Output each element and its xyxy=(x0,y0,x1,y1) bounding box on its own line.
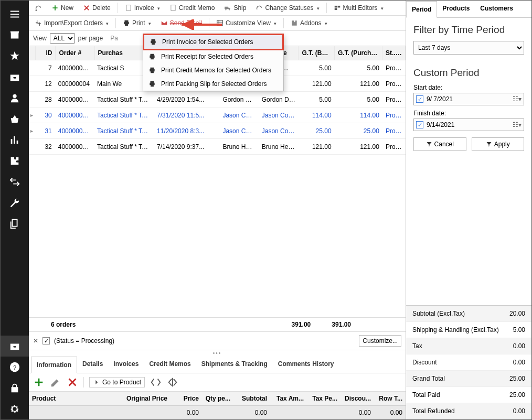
addons-button[interactable]: Addons xyxy=(288,18,330,28)
tab-credit-memos[interactable]: Credit Memos xyxy=(144,356,196,373)
nav-wrench-icon[interactable] xyxy=(1,192,29,213)
tab-information[interactable]: Information xyxy=(31,357,77,373)
invoice-button[interactable]: Invoice xyxy=(122,3,163,13)
pcol-rowtotal[interactable]: Row T... xyxy=(374,392,406,405)
toolbar-secondary: Import\Export Orders Print Send Email Cu… xyxy=(29,16,406,31)
splitter-handle[interactable]: ••• xyxy=(29,350,406,356)
multi-editors-button[interactable]: Multi Editors xyxy=(331,3,386,13)
table-row[interactable]: 284000000013 Tactical Stuff * Tactical..… xyxy=(29,92,406,107)
col-order[interactable]: Order # xyxy=(56,46,94,60)
filter-checkbox[interactable] xyxy=(42,337,50,344)
nav-gear-icon[interactable] xyxy=(1,399,29,419)
calendar-icon[interactable]: ☷▾ xyxy=(513,121,522,128)
col-id[interactable]: ID xyxy=(36,46,56,60)
prow-rt: 0.00 xyxy=(374,406,406,419)
refresh-button[interactable] xyxy=(32,3,45,13)
nav-lock-icon[interactable] xyxy=(1,378,29,399)
table-row[interactable]: ▸ 314000000016 Tactical Stuff * Tactical… xyxy=(29,123,406,139)
print-button[interactable]: Print xyxy=(120,18,154,28)
nav-menu[interactable] xyxy=(1,4,29,25)
new-label: New xyxy=(61,4,73,12)
cancel-label: Cancel xyxy=(434,141,454,148)
nav-star-icon[interactable] xyxy=(1,46,29,67)
collapse-cols-button[interactable] xyxy=(150,376,162,388)
finish-date-input[interactable]: 9/14/2021☷▾ xyxy=(413,119,524,131)
print-invoice-option[interactable]: Print Invoice for Selected Orders xyxy=(143,34,284,50)
pcol-taxamt[interactable]: Tax Am... xyxy=(270,392,307,405)
custom-title: Custom Period xyxy=(413,67,524,79)
product-row[interactable]: 0.00 0.00 0.00 0.00 xyxy=(29,406,406,419)
col-gtbase[interactable]: G.T. (Base) xyxy=(299,46,335,60)
print-packingslip-option[interactable]: Print Packing Slip for Selected Orders xyxy=(143,77,283,91)
pcol-discount[interactable]: Discou... xyxy=(341,392,374,405)
clear-filter-button[interactable]: ✕ xyxy=(33,337,38,344)
svg-rect-2 xyxy=(12,387,18,392)
pi-label: Print Invoice for Selected Orders xyxy=(162,38,253,46)
nav-store-icon[interactable] xyxy=(1,25,29,46)
nav-basket-icon[interactable] xyxy=(1,109,29,130)
pcol-origprice[interactable]: Original Price xyxy=(118,392,171,405)
add-row-button[interactable] xyxy=(33,376,45,388)
expand-cols-button[interactable] xyxy=(167,376,178,388)
ad-label: Addons xyxy=(300,19,322,27)
me-label: Multi Editors xyxy=(343,4,378,12)
change-statuses-button[interactable]: Change Statuses xyxy=(253,3,322,13)
table-row[interactable]: 324000000017 Tactical Stuff * Tactical..… xyxy=(29,139,406,155)
start-date-label: Start date: xyxy=(413,84,524,91)
nav-puzzle-icon[interactable] xyxy=(1,150,29,171)
prow-sub: 0.00 xyxy=(233,406,270,419)
go-to-product-button[interactable]: Go to Product xyxy=(89,377,145,387)
nav-archive-bottom-icon[interactable] xyxy=(1,336,29,357)
tab-shipments-tracking[interactable]: Shipments & Tracking xyxy=(196,356,273,373)
pcol-price[interactable]: Price xyxy=(171,392,202,405)
nav-user-icon[interactable] xyxy=(1,88,29,109)
pcol-qty[interactable]: Qty pe... xyxy=(202,392,233,405)
pcol-taxpct[interactable]: Tax Pe... xyxy=(307,392,341,405)
delete-label: Delete xyxy=(92,4,111,12)
pcol-subtotal[interactable]: Subtotal xyxy=(233,392,270,405)
new-button[interactable]: New xyxy=(49,3,76,13)
delete-button[interactable]: Delete xyxy=(80,3,113,13)
delete-row-button[interactable] xyxy=(67,376,78,388)
finish-date-checkbox[interactable] xyxy=(416,121,423,128)
grid-body[interactable]: 74000000006 Tactical S on Dani... 5.005.… xyxy=(29,60,406,317)
nav-transfer-icon[interactable] xyxy=(1,171,29,192)
customize-view-button[interactable]: Customize View xyxy=(214,18,279,28)
apply-button[interactable]: Apply xyxy=(472,137,525,151)
send-email-button[interactable]: Send Email xyxy=(158,18,205,28)
rtab-customers[interactable]: Customers xyxy=(475,1,518,17)
tab-details[interactable]: Details xyxy=(77,356,108,373)
print-receipt-option[interactable]: Print Receipt for Selected Orders xyxy=(143,50,283,63)
cancel-button[interactable]: Cancel xyxy=(413,137,466,151)
nav-help-icon[interactable]: ? xyxy=(1,357,29,378)
col-gtpurchased[interactable]: G.T. (Purchased) xyxy=(335,46,382,60)
edit-row-button[interactable] xyxy=(50,376,61,388)
total-row: Grand Total25.00 xyxy=(406,371,531,387)
svg-text:?: ? xyxy=(13,364,16,371)
tab-invoices[interactable]: Invoices xyxy=(108,356,144,373)
rtab-products[interactable]: Products xyxy=(437,1,475,17)
main-area: New Delete Invoice Credit Memo Ship Chan… xyxy=(29,1,406,419)
nav-chart-icon[interactable] xyxy=(1,130,29,150)
nav-copy-icon[interactable] xyxy=(1,213,29,234)
total-row: Total Paid25.00 xyxy=(406,387,531,403)
rtab-period[interactable]: Period xyxy=(406,1,437,18)
print-creditmemos-option[interactable]: Print Credit Memos for Selected Orders xyxy=(143,63,283,77)
right-panel: PeriodProductsCustomers Filter by Time P… xyxy=(406,1,531,419)
pcol-product[interactable]: Product xyxy=(29,392,118,405)
credit-memo-button[interactable]: Credit Memo xyxy=(167,3,218,13)
finish-date-label: Finish date: xyxy=(413,110,524,117)
table-row[interactable]: ▸ 304000000015 Tactical Stuff * Tactical… xyxy=(29,107,406,123)
start-date-input[interactable]: 9/ 7/2021☷▾ xyxy=(413,93,524,105)
period-preset-select[interactable]: Last 7 days xyxy=(413,41,524,55)
calendar-icon[interactable]: ☷▾ xyxy=(513,95,522,103)
view-select[interactable]: ALL xyxy=(50,33,75,44)
nav-inbox-icon[interactable] xyxy=(1,67,29,88)
col-status[interactable]: St... ▼ xyxy=(382,46,406,60)
customize-filter-button[interactable]: Customize... xyxy=(359,335,401,347)
tab-comments-history[interactable]: Comments History xyxy=(273,356,339,373)
ship-button[interactable]: Ship xyxy=(221,3,249,13)
gtp-label: Go to Product xyxy=(102,379,141,386)
import-export-button[interactable]: Import\Export Orders xyxy=(32,18,111,28)
start-date-checkbox[interactable] xyxy=(416,95,423,103)
